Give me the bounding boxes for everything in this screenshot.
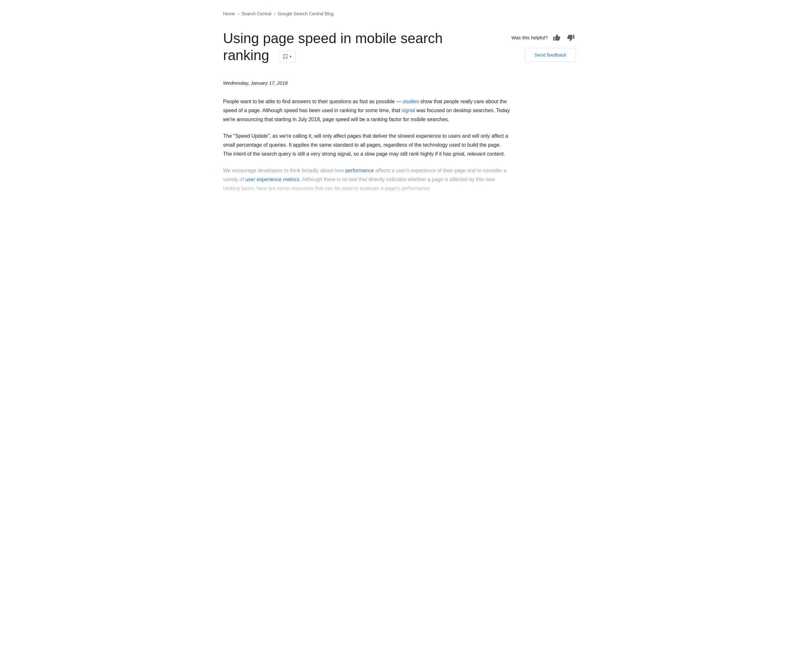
signal-link[interactable]: signal — [402, 108, 415, 113]
header-row: Using page speed in mobile search rankin… — [223, 30, 576, 69]
article-date: Wednesday, January 17, 2018 — [223, 79, 576, 87]
bookmark-button[interactable]: ▾ — [279, 51, 296, 62]
title-text: Using page speed in mobile search rankin… — [223, 30, 443, 63]
header-left: Using page speed in mobile search rankin… — [223, 30, 511, 69]
article-content: People want to be able to find answers t… — [223, 97, 511, 193]
breadcrumb: Home › Search Central › Google Search Ce… — [223, 10, 576, 17]
thumbs-up-icon — [553, 34, 560, 42]
fade-overlay — [223, 181, 576, 207]
thumbs-down-icon — [567, 34, 575, 42]
paragraph-2: The "Speed Update", as we're calling it,… — [223, 132, 511, 158]
performance-link[interactable]: performance — [345, 168, 374, 173]
breadcrumb-separator-1: › — [237, 11, 239, 17]
chevron-icon: ▾ — [290, 54, 291, 59]
bookmark-icon — [282, 54, 288, 59]
breadcrumb-blog[interactable]: Google Search Central Blog — [278, 10, 333, 17]
send-feedback-button[interactable]: Send feedback — [525, 48, 576, 62]
breadcrumb-search-central[interactable]: Search Central — [242, 10, 271, 17]
header-right: Was this helpful? Send feedback — [511, 30, 576, 62]
paragraph-1: People want to be able to find answers t… — [223, 97, 511, 124]
page-wrapper: Home › Search Central › Google Search Ce… — [208, 0, 591, 217]
page-title: Using page speed in mobile search rankin… — [223, 30, 466, 64]
breadcrumb-separator-2: › — [274, 11, 275, 17]
breadcrumb-home[interactable]: Home — [223, 10, 235, 17]
helpful-label: Was this helpful? — [511, 34, 548, 42]
thumbs-up-button[interactable] — [552, 33, 562, 43]
helpful-row: Was this helpful? — [511, 33, 576, 43]
studies-link[interactable]: studies — [403, 99, 419, 104]
thumbs-down-button[interactable] — [566, 33, 576, 43]
